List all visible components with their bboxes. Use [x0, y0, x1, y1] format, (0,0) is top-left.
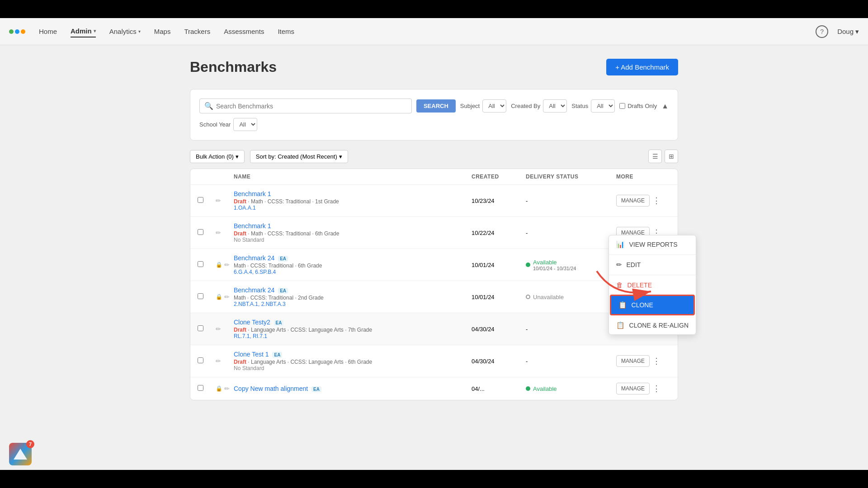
row-created-4: 10/01/24	[472, 294, 526, 300]
table-row: ✏ Clone Test 1 EA Draft · Language Arts …	[190, 345, 678, 377]
context-edit[interactable]: ✏ EDIT	[609, 256, 696, 274]
row-name-6: Clone Test 1 EA Draft · Language Arts · …	[234, 351, 472, 371]
benchmark-title-1[interactable]: Benchmark 1	[234, 190, 472, 197]
school-year-filter: School Year All	[199, 118, 257, 131]
table-row: 🔒 ✏ Copy New math alignment EA 04/... Av…	[190, 377, 678, 400]
search-input-wrap: 🔍	[199, 99, 412, 113]
help-button[interactable]: ?	[816, 25, 828, 38]
row-checkbox-4[interactable]	[198, 293, 203, 299]
header-more: MORE	[616, 174, 652, 180]
more-button-6[interactable]: ⋮	[652, 356, 660, 366]
header-checkbox-col	[198, 174, 216, 180]
add-benchmark-button[interactable]: + Add Benchmark	[606, 59, 678, 75]
benchmark-title-6[interactable]: Clone Test 1 EA	[234, 351, 472, 358]
bulk-action-button[interactable]: Bulk Action (0) ▾	[190, 150, 245, 163]
benchmark-title-4[interactable]: Benchmark 24 EA	[234, 286, 472, 294]
pencil-icon: ✏	[616, 261, 622, 269]
row-checkbox-5[interactable]	[198, 325, 203, 331]
search-row: 🔍 SEARCH Subject All Created By All Stat…	[199, 99, 669, 113]
subject-select[interactable]: All	[482, 99, 506, 113]
benchmark-title-7[interactable]: Copy New math alignment EA	[234, 385, 472, 392]
school-year-select[interactable]: All	[233, 118, 257, 131]
row-checkbox-7[interactable]	[198, 385, 203, 391]
nav-items[interactable]: Items	[278, 26, 294, 37]
row-created-3: 10/01/24	[472, 262, 526, 268]
row-delivery-5: -	[526, 326, 616, 333]
row-created-1: 10/23/24	[472, 197, 526, 204]
lock-icon: 🔒	[216, 294, 222, 300]
nav-trackers[interactable]: Trackers	[184, 26, 210, 37]
context-clone[interactable]: 📋 CLONE	[610, 295, 695, 315]
nav-maps[interactable]: Maps	[154, 26, 171, 37]
edit-icon: ✏	[224, 293, 230, 300]
available-dot-7	[526, 386, 530, 391]
context-view-reports[interactable]: 📊 VIEW REPORTS	[609, 235, 696, 253]
row-checkbox-2[interactable]	[198, 229, 203, 235]
user-menu[interactable]: Doug ▾	[837, 28, 859, 36]
more-button-7[interactable]: ⋮	[652, 384, 660, 394]
more-button-1[interactable]: ⋮	[652, 196, 660, 206]
manage-button-1[interactable]: MANAGE	[616, 195, 650, 206]
list-view-button[interactable]: ☰	[648, 150, 662, 163]
edit-icon: ✏	[216, 229, 221, 236]
nav-home[interactable]: Home	[39, 26, 57, 37]
table-row: ✏ Benchmark 1 Draft · Math · CCSS: Tradi…	[190, 185, 678, 217]
drafts-checkbox[interactable]	[619, 103, 625, 109]
search-button[interactable]: SEARCH	[416, 99, 456, 113]
benchmark-standards-4[interactable]: 2.NBT.A.1, 2.NBT.A.3	[234, 301, 472, 307]
chart-icon: 📊	[616, 240, 625, 249]
view-toggle: ☰ ⊞	[648, 150, 678, 163]
nav-analytics[interactable]: Analytics ▾	[109, 26, 141, 37]
navbar: Home Admin ▾ Analytics ▾ Maps Trackers A…	[0, 18, 868, 45]
edit-icon: ✏	[216, 197, 221, 204]
status-select[interactable]: All	[591, 99, 615, 113]
benchmark-standards-1[interactable]: 1.OA.A.1	[234, 205, 472, 211]
benchmark-subtitle-6: Draft · Language Arts · CCSS: Language A…	[234, 359, 472, 365]
bulk-chevron-icon: ▾	[236, 153, 239, 160]
benchmark-subtitle-5: Draft · Language Arts · CCSS: Language A…	[234, 327, 472, 333]
row-checkbox-3[interactable]	[198, 261, 203, 267]
row-icon-1: ✏	[216, 197, 234, 204]
nav-admin[interactable]: Admin ▾	[71, 25, 96, 38]
benchmark-standards-5[interactable]: RL.7.1, RI.7.1	[234, 333, 472, 339]
created-by-filter: Created By All	[511, 99, 567, 113]
benchmark-standards-2: No Standard	[234, 237, 472, 243]
benchmark-subtitle-3: Math · CCSS: Traditional · 6th Grade	[234, 263, 472, 269]
benchmark-title-2[interactable]: Benchmark 1	[234, 222, 472, 230]
manage-button-7[interactable]: MANAGE	[616, 383, 650, 394]
header-delivery-status: DELIVERY STATUS	[526, 174, 616, 180]
header-actions	[652, 174, 670, 180]
row-delivery-4: Unavailable	[526, 294, 616, 300]
search-input[interactable]	[216, 103, 407, 110]
created-by-select[interactable]: All	[543, 99, 567, 113]
row-checkbox-1[interactable]	[198, 197, 203, 203]
logo-dot-orange	[21, 29, 25, 34]
trash-icon: 🗑	[616, 281, 623, 289]
manage-button-6[interactable]: MANAGE	[616, 355, 650, 367]
nav-assessments[interactable]: Assessments	[224, 26, 264, 37]
menu-divider-2	[609, 275, 696, 275]
edit-icon: ✏	[224, 261, 230, 268]
grid-view-button[interactable]: ⊞	[665, 150, 678, 163]
edit-icon: ✏	[216, 325, 221, 333]
lock-icon: 🔒	[216, 385, 222, 392]
sort-button[interactable]: Sort by: Created (Most Recent) ▾	[250, 150, 348, 163]
copy2-icon: 📋	[616, 321, 625, 329]
row-name-2: Benchmark 1 Draft · Math · CCSS: Traditi…	[234, 222, 472, 243]
table-row: 🔒 ✏ Benchmark 24 EA Math · CCSS: Traditi…	[190, 281, 678, 313]
app-logo[interactable]	[9, 29, 25, 34]
benchmark-title-5[interactable]: Clone Testy2 EA	[234, 319, 472, 326]
context-delete[interactable]: 🗑 DELETE	[609, 276, 696, 294]
row-name-3: Benchmark 24 EA Math · CCSS: Traditional…	[234, 254, 472, 275]
row-created-2: 10/22/24	[472, 230, 526, 236]
logo-dot-blue	[15, 29, 19, 34]
header-icon-col	[216, 174, 234, 180]
menu-divider	[609, 254, 696, 255]
context-clone-realign[interactable]: 📋 CLONE & RE-ALIGN	[609, 316, 696, 334]
row-checkbox-6[interactable]	[198, 357, 203, 363]
row-delivery-1: -	[526, 197, 616, 204]
benchmark-title-3[interactable]: Benchmark 24 EA	[234, 254, 472, 262]
collapse-search-button[interactable]: ▲	[661, 102, 669, 110]
benchmark-standards-3[interactable]: 6.G.A.4, 6.SP.B.4	[234, 269, 472, 275]
header-name: NAME	[234, 174, 472, 180]
